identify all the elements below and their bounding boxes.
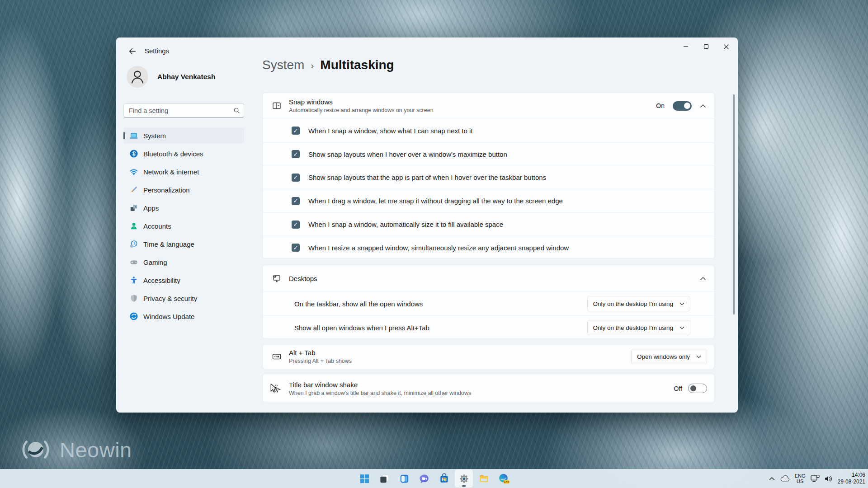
privacy-security-icon <box>129 294 138 303</box>
dropdown-value: Only on the desktop I'm using <box>593 324 673 331</box>
start-button[interactable] <box>355 469 373 488</box>
sidebar-item-network-internet[interactable]: Network & internet <box>123 164 244 180</box>
neowin-watermark: Neowin <box>20 434 132 465</box>
time-language-icon <box>129 239 138 249</box>
breadcrumb-chevron-icon: › <box>311 59 314 71</box>
neowin-logo-icon <box>20 434 52 465</box>
close-button[interactable] <box>716 38 736 55</box>
checkbox-label: Show snap layouts that the app is part o… <box>308 174 546 181</box>
snap-option-row[interactable]: ✓ When I snap a window, show what I can … <box>263 119 714 142</box>
sidebar-item-bluetooth-devices[interactable]: Bluetooth & devices <box>123 145 244 162</box>
checkbox-checked-icon[interactable]: ✓ <box>292 127 300 135</box>
tray-time: 14:06 <box>852 472 865 479</box>
desktops-header[interactable]: Desktops <box>263 265 714 291</box>
language-indicator[interactable]: ENG US <box>795 473 806 484</box>
alttab-windows-dropdown[interactable]: Only on the desktop I'm using <box>587 320 690 335</box>
user-profile[interactable]: Abhay Venkatesh <box>127 66 215 88</box>
checkbox-checked-icon[interactable]: ✓ <box>292 174 300 182</box>
edge-canary-button[interactable]: CAN <box>495 469 513 488</box>
edge-canary-icon: CAN <box>498 473 510 485</box>
setting-label: On the taskbar, show all the open window… <box>294 300 423 308</box>
dropdown-value: Open windows only <box>637 353 690 360</box>
alt-tab-card: Alt + Tab Pressing Alt + Tab shows Open … <box>262 344 715 369</box>
checkbox-checked-icon[interactable]: ✓ <box>292 244 300 252</box>
sidebar-item-label: Windows Update <box>143 313 194 320</box>
snap-windows-header[interactable]: Snap windows Automatically resize and ar… <box>263 93 714 119</box>
settings-gear-icon <box>458 473 470 484</box>
store-icon <box>439 473 450 484</box>
content-scrollbar[interactable] <box>733 94 735 314</box>
back-button[interactable] <box>126 45 138 57</box>
sidebar-item-personalization[interactable]: Personalization <box>123 182 244 198</box>
search-icon <box>233 107 240 114</box>
tray-chevron-up-icon[interactable] <box>769 477 775 481</box>
checkbox-label: When I drag a window, let me snap it wit… <box>308 197 563 205</box>
sidebar-item-label: Personalization <box>143 186 190 194</box>
task-view-icon <box>379 473 390 484</box>
widgets-button[interactable] <box>395 469 413 488</box>
sidebar-item-accounts[interactable]: Accounts <box>123 218 244 234</box>
breadcrumb: System › Multitasking <box>262 58 394 72</box>
taskbar-icons: CAN <box>355 469 513 488</box>
chevron-down-icon <box>679 326 684 329</box>
snap-option-row[interactable]: ✓ When I resize a snapped window, simult… <box>263 236 714 259</box>
checkbox-checked-icon[interactable]: ✓ <box>292 221 300 229</box>
apps-icon <box>129 203 138 212</box>
checkbox-checked-icon[interactable]: ✓ <box>292 150 300 158</box>
settings-taskbar-button[interactable] <box>455 469 473 488</box>
settings-search <box>123 103 244 117</box>
task-view-button[interactable] <box>375 469 393 488</box>
chat-icon <box>419 473 430 484</box>
onedrive-cloud-icon[interactable] <box>780 475 790 482</box>
title-bar-shake-subtitle: When I grab a window's title bar and sha… <box>289 390 471 396</box>
sidebar-item-system[interactable]: System <box>123 127 244 144</box>
store-button[interactable] <box>435 469 453 488</box>
desktops-title: Desktops <box>289 275 317 282</box>
breadcrumb-parent[interactable]: System <box>262 58 304 72</box>
title-bar-shake-toggle[interactable] <box>688 384 707 393</box>
back-arrow-icon <box>128 47 136 55</box>
bluetooth-icon <box>129 149 138 158</box>
sidebar-item-windows-update[interactable]: Windows Update <box>123 308 244 324</box>
chevron-up-icon[interactable] <box>700 277 706 281</box>
sidebar-item-time-language[interactable]: Time & language <box>123 236 244 252</box>
search-input[interactable] <box>123 103 244 117</box>
network-icon <box>129 167 138 176</box>
settings-window: Settings Abhay Venkatesh <box>116 38 738 413</box>
file-explorer-button[interactable] <box>475 469 493 488</box>
snap-option-row[interactable]: ✓ When I snap a window, automatically si… <box>263 212 714 236</box>
sidebar-item-label: Network & internet <box>143 168 199 176</box>
sidebar-item-label: Gaming <box>143 258 167 266</box>
sidebar-item-apps[interactable]: Apps <box>123 200 244 216</box>
active-indicator <box>123 132 125 139</box>
checkbox-checked-icon[interactable]: ✓ <box>292 197 300 205</box>
taskbar-windows-dropdown[interactable]: Only on the desktop I'm using <box>587 296 690 311</box>
toggle-knob <box>684 103 690 109</box>
mouse-cursor <box>270 383 278 394</box>
snap-toggle-label: On <box>656 102 665 109</box>
network-tray-icon[interactable] <box>811 475 820 483</box>
chevron-up-icon[interactable] <box>700 104 706 108</box>
snap-windows-card: Snap windows Automatically resize and ar… <box>262 92 715 259</box>
volume-icon[interactable] <box>825 475 833 482</box>
snap-option-row[interactable]: ✓ Show snap layouts that the app is part… <box>263 166 714 189</box>
avatar <box>127 66 148 88</box>
sidebar-item-privacy-security[interactable]: Privacy & security <box>123 290 244 306</box>
close-icon <box>723 44 729 50</box>
chat-button[interactable] <box>415 469 433 488</box>
sidebar-item-accessibility[interactable]: Accessibility <box>123 272 244 288</box>
alt-tab-title: Alt + Tab <box>289 349 352 357</box>
snap-option-row[interactable]: ✓ Show snap layouts when I hover over a … <box>263 142 714 166</box>
sidebar-item-gaming[interactable]: Gaming <box>123 254 244 270</box>
desktops-card: Desktops On the taskbar, show all the op… <box>262 265 715 339</box>
snap-windows-subtitle: Automatically resize and arrange windows… <box>289 107 434 113</box>
clock[interactable]: 14:06 29-08-2021 <box>838 472 865 485</box>
snap-windows-toggle[interactable] <box>673 101 692 111</box>
checkbox-label: When I snap a window, show what I can sn… <box>308 127 473 135</box>
snap-option-row[interactable]: ✓ When I drag a window, let me snap it w… <box>263 189 714 212</box>
minimize-button[interactable] <box>675 38 696 55</box>
person-icon <box>127 66 148 87</box>
maximize-button[interactable] <box>696 38 716 55</box>
alt-tab-dropdown[interactable]: Open windows only <box>631 349 707 364</box>
watermark-text: Neowin <box>60 437 132 462</box>
